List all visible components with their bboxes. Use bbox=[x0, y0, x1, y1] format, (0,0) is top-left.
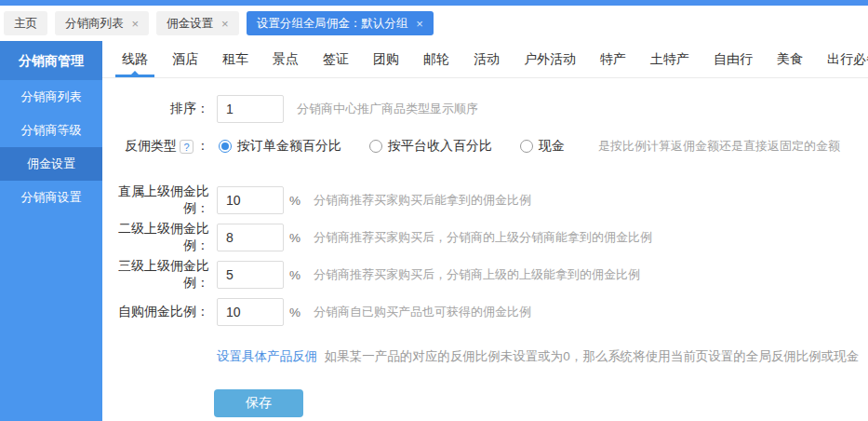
main-content: 线路酒店租车景点签证团购邮轮活动户外活动特产土特产自由行美食出行必备出游 排序：… bbox=[102, 41, 868, 421]
category-tab[interactable]: 活动 bbox=[461, 41, 512, 77]
category-tabs: 线路酒店租车景点签证团购邮轮活动户外活动特产土特产自由行美食出行必备出游 bbox=[102, 41, 868, 78]
commission-hint: 分销商推荐买家购买后，分销商上级的上级能拿到的佣金比例 bbox=[314, 266, 640, 283]
close-icon[interactable]: × bbox=[221, 18, 229, 30]
sidebar-item[interactable]: 分销商设置 bbox=[0, 181, 102, 214]
commission-label: 三级上级佣金比例： bbox=[102, 258, 209, 292]
category-tab[interactable]: 出行必备 bbox=[815, 41, 868, 77]
rebate-type-options: 按订单金额百分比 按平台收入百分比 现金 bbox=[219, 138, 593, 155]
category-tab[interactable]: 邮轮 bbox=[411, 41, 461, 77]
window-tab-label: 设置分组全局佣金：默认分组 bbox=[257, 16, 408, 32]
percent-unit: % bbox=[289, 306, 300, 319]
commission-row: 自购佣金比例： % 分销商自已购买产品也可获得的佣金比例 bbox=[102, 298, 868, 326]
radio-icon bbox=[219, 140, 232, 153]
set-product-rebate-link[interactable]: 设置具体产品反佣 bbox=[217, 349, 317, 363]
product-rebate-note: 如果某一产品的对应的反佣比例未设置或为0，那么系统将使用当前页设置的全局反佣比例… bbox=[325, 349, 860, 363]
category-tab[interactable]: 酒店 bbox=[160, 41, 210, 77]
category-tab[interactable]: 线路 bbox=[110, 41, 160, 77]
radio-option[interactable]: 现金 bbox=[520, 138, 565, 155]
rebate-type-label: 反佣类型 ? ： bbox=[102, 138, 209, 155]
percent-unit: % bbox=[289, 194, 300, 208]
radio-label: 按订单金额百分比 bbox=[237, 138, 341, 155]
radio-icon bbox=[369, 140, 382, 153]
percent-unit: % bbox=[289, 231, 300, 245]
rebate-type-hint: 是按比例计算返佣金额还是直接返固定的金额 bbox=[598, 138, 840, 155]
commission-row: 直属上级佣金比例： % 分销商推荐买家购买后能拿到的佣金比例 bbox=[102, 186, 868, 214]
commission-row: 二级上级佣金比例： % 分销商推荐买家购买后，分销商的上级分销商能拿到的佣金比例 bbox=[102, 224, 868, 251]
window-tabbar: 主页 分销商列表 × 佣金设置 × 设置分组全局佣金：默认分组 × bbox=[0, 6, 868, 41]
commission-rows: 直属上级佣金比例： % 分销商推荐买家购买后能拿到的佣金比例 二级上级佣金比例：… bbox=[102, 186, 868, 326]
percent-unit: % bbox=[289, 268, 300, 282]
window-tab-label: 分销商列表 bbox=[65, 16, 124, 32]
sort-input[interactable] bbox=[217, 95, 284, 123]
category-tab[interactable]: 土特产 bbox=[638, 41, 701, 77]
sidebar: 分销商管理 分销商列表分销商等级佣金设置分销商设置 bbox=[0, 41, 102, 421]
product-rebate-row: 设置具体产品反佣 如果某一产品的对应的反佣比例未设置或为0，那么系统将使用当前页… bbox=[217, 348, 868, 365]
sidebar-item[interactable]: 分销商列表 bbox=[0, 80, 102, 114]
close-icon[interactable]: × bbox=[416, 18, 423, 30]
commission-row: 三级上级佣金比例： % 分销商推荐买家购买后，分销商上级的上级能拿到的佣金比例 bbox=[102, 261, 868, 289]
category-tab[interactable]: 签证 bbox=[311, 41, 361, 77]
category-tab[interactable]: 美食 bbox=[765, 41, 815, 77]
window-tab[interactable]: 设置分组全局佣金：默认分组 × bbox=[247, 11, 434, 35]
sort-hint: 分销商中心推广商品类型显示顺序 bbox=[297, 101, 478, 117]
sidebar-header-distributor-management[interactable]: 分销商管理 bbox=[0, 41, 102, 80]
radio-icon bbox=[520, 140, 533, 153]
category-tab[interactable]: 景点 bbox=[260, 41, 311, 77]
category-tab[interactable]: 特产 bbox=[588, 41, 638, 77]
window-tab-label: 佣金设置 bbox=[167, 16, 213, 32]
commission-input[interactable] bbox=[217, 224, 284, 251]
sidebar-items: 分销商列表分销商等级佣金设置分销商设置 bbox=[0, 80, 102, 214]
rebate-type-row: 反佣类型 ? ： 按订单金额百分比 按平台收入百分比 现金 bbox=[102, 132, 868, 160]
commission-label: 二级上级佣金比例： bbox=[102, 221, 209, 254]
sidebar-item[interactable]: 分销商等级 bbox=[0, 114, 102, 147]
save-button[interactable]: 保存 bbox=[214, 389, 303, 417]
commission-label: 自购佣金比例： bbox=[102, 304, 209, 320]
radio-option[interactable]: 按订单金额百分比 bbox=[219, 138, 341, 155]
commission-input[interactable] bbox=[217, 298, 284, 326]
sidebar-item[interactable]: 佣金设置 bbox=[0, 147, 102, 181]
category-tab[interactable]: 租车 bbox=[210, 41, 260, 77]
commission-hint: 分销商自已购买产品也可获得的佣金比例 bbox=[314, 304, 531, 320]
radio-label: 按平台收入百分比 bbox=[388, 138, 492, 155]
commission-label: 直属上级佣金比例： bbox=[102, 183, 209, 217]
radio-option[interactable]: 按平台收入百分比 bbox=[369, 138, 492, 155]
sort-row: 排序： 分销商中心推广商品类型显示顺序 bbox=[102, 95, 868, 123]
radio-label: 现金 bbox=[539, 138, 565, 155]
commission-hint: 分销商推荐买家购买后能拿到的佣金比例 bbox=[314, 192, 531, 209]
window-tab[interactable]: 分销商列表 × bbox=[55, 11, 149, 35]
commission-form: 排序： 分销商中心推广商品类型显示顺序 反佣类型 ? ： 按订单金额百分比 bbox=[102, 78, 868, 417]
help-icon[interactable]: ? bbox=[180, 140, 194, 154]
window-tab[interactable]: 主页 bbox=[4, 11, 47, 35]
window-tab[interactable]: 佣金设置 × bbox=[156, 11, 239, 35]
window-tab-label: 主页 bbox=[14, 16, 37, 32]
category-tab[interactable]: 团购 bbox=[361, 41, 411, 77]
category-tab[interactable]: 户外活动 bbox=[512, 41, 588, 77]
close-icon[interactable]: × bbox=[132, 18, 140, 30]
commission-input[interactable] bbox=[217, 186, 284, 214]
commission-hint: 分销商推荐买家购买后，分销商的上级分销商能拿到的佣金比例 bbox=[314, 229, 652, 246]
sort-label: 排序： bbox=[102, 101, 209, 117]
category-tab[interactable]: 自由行 bbox=[701, 41, 765, 77]
commission-input[interactable] bbox=[217, 261, 284, 289]
